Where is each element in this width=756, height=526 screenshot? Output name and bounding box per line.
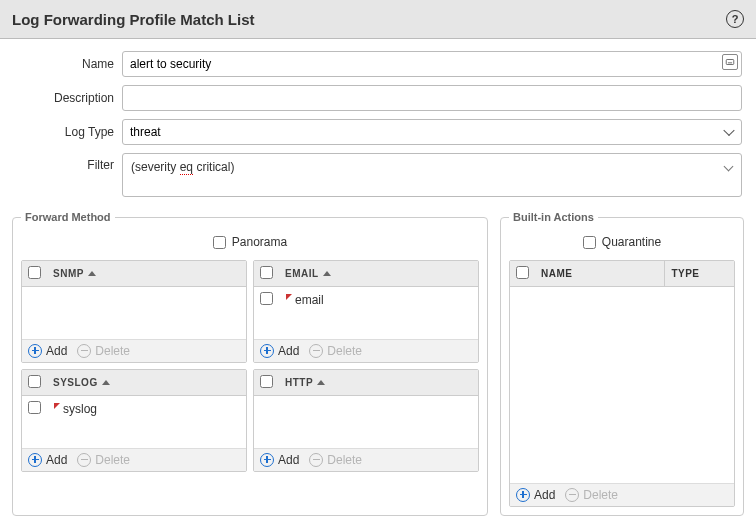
plus-icon — [28, 344, 42, 358]
quarantine-checkbox-wrap[interactable]: Quarantine — [583, 235, 661, 249]
snmp-select-all[interactable] — [28, 266, 41, 279]
http-add-button[interactable]: Add — [260, 453, 299, 467]
dialog-footer: OK Cancel — [0, 522, 756, 527]
logtype-select[interactable]: threat — [122, 119, 742, 145]
syslog-row-checkbox[interactable] — [28, 401, 41, 414]
syslog-select-all[interactable] — [28, 375, 41, 388]
http-delete-button[interactable]: Delete — [309, 453, 362, 467]
dialog-title: Log Forwarding Profile Match List — [12, 11, 255, 28]
name-label: Name — [14, 57, 114, 71]
title-bar: Log Forwarding Profile Match List ? — [0, 0, 756, 39]
builtin-col-name[interactable]: NAME — [535, 261, 665, 287]
plus-icon — [260, 344, 274, 358]
filter-label: Filter — [14, 153, 114, 172]
svg-rect-0 — [726, 60, 734, 65]
email-row-checkbox[interactable] — [260, 292, 273, 305]
name-input[interactable] — [122, 51, 742, 77]
email-delete-button[interactable]: Delete — [309, 344, 362, 358]
quarantine-label: Quarantine — [602, 235, 661, 249]
help-icon[interactable]: ? — [726, 10, 744, 28]
sort-asc-icon — [88, 271, 96, 276]
forward-method-panel: Forward Method Panorama SNMP Add Delete — [12, 211, 488, 516]
snmp-box: SNMP Add Delete — [21, 260, 247, 363]
sort-asc-icon — [317, 380, 325, 385]
syslog-add-button[interactable]: Add — [28, 453, 67, 467]
syslog-list: syslog — [22, 396, 246, 448]
builtin-actions-panel: Built-in Actions Quarantine NAME TYPE Ad… — [500, 211, 744, 516]
plus-icon — [28, 453, 42, 467]
syslog-header[interactable]: SYSLOG — [47, 370, 246, 396]
http-list — [254, 396, 478, 448]
email-row-label: email — [285, 293, 324, 307]
minus-icon — [309, 344, 323, 358]
filter-text: (severity eq critical) — [131, 160, 234, 175]
email-box: EMAIL email Add Delete — [253, 260, 479, 363]
minus-icon — [77, 453, 91, 467]
http-select-all[interactable] — [260, 375, 273, 388]
sort-asc-icon — [323, 271, 331, 276]
forward-method-legend: Forward Method — [21, 211, 115, 223]
builtin-delete-button[interactable]: Delete — [565, 488, 618, 502]
snmp-delete-button[interactable]: Delete — [77, 344, 130, 358]
email-header[interactable]: EMAIL — [279, 261, 478, 287]
http-header[interactable]: HTTP — [279, 370, 478, 396]
builtin-col-type[interactable]: TYPE — [665, 261, 734, 287]
builtin-legend: Built-in Actions — [509, 211, 598, 223]
syslog-row-label: syslog — [53, 402, 97, 416]
builtin-select-all[interactable] — [516, 266, 529, 279]
snmp-list — [22, 287, 246, 339]
snmp-add-button[interactable]: Add — [28, 344, 67, 358]
filter-input[interactable]: (severity eq critical) — [122, 153, 742, 197]
minus-icon — [309, 453, 323, 467]
description-label: Description — [14, 91, 114, 105]
minus-icon — [77, 344, 91, 358]
email-add-button[interactable]: Add — [260, 344, 299, 358]
quarantine-checkbox[interactable] — [583, 236, 596, 249]
minus-icon — [565, 488, 579, 502]
syslog-delete-button[interactable]: Delete — [77, 453, 130, 467]
snmp-header[interactable]: SNMP — [47, 261, 246, 287]
http-box: HTTP Add Delete — [253, 369, 479, 472]
panorama-checkbox-wrap[interactable]: Panorama — [213, 235, 287, 249]
builtin-body — [510, 287, 734, 483]
panorama-label: Panorama — [232, 235, 287, 249]
syslog-box: SYSLOG syslog Add Delete — [21, 369, 247, 472]
builtin-add-button[interactable]: Add — [516, 488, 555, 502]
keyboard-icon[interactable] — [722, 54, 738, 70]
form-area: Name Description Log Type threat Filter … — [0, 39, 756, 211]
plus-icon — [260, 453, 274, 467]
logtype-label: Log Type — [14, 125, 114, 139]
email-list: email — [254, 287, 478, 339]
list-item[interactable]: email — [254, 287, 478, 313]
list-item[interactable]: syslog — [22, 396, 246, 422]
builtin-table: NAME TYPE Add Delete — [509, 260, 735, 507]
description-input[interactable] — [122, 85, 742, 111]
panorama-checkbox[interactable] — [213, 236, 226, 249]
email-select-all[interactable] — [260, 266, 273, 279]
plus-icon — [516, 488, 530, 502]
sort-asc-icon — [102, 380, 110, 385]
chevron-down-icon — [724, 162, 734, 172]
